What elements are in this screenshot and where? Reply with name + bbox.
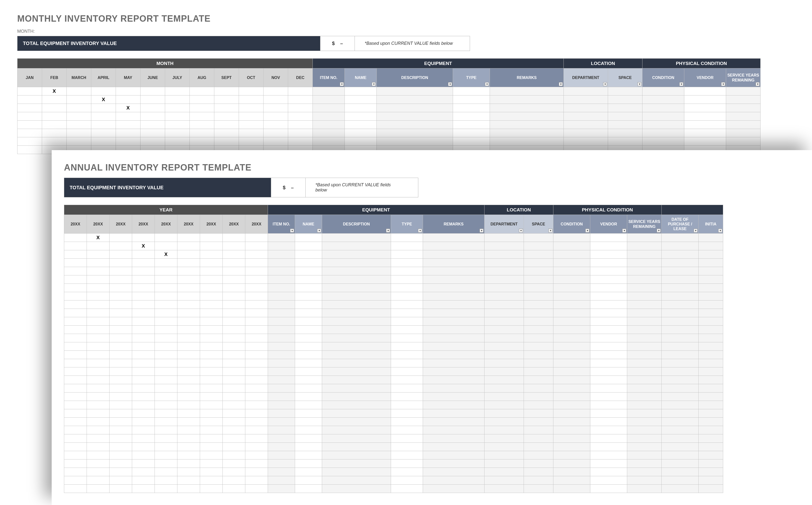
equip-cell[interactable] [322, 384, 391, 392]
period-cell[interactable] [17, 146, 42, 154]
period-cell[interactable] [87, 417, 110, 426]
physical-cell[interactable] [627, 451, 662, 460]
period-cell[interactable] [155, 334, 177, 342]
period-cell[interactable] [288, 104, 313, 112]
equip-cell[interactable] [322, 359, 391, 367]
period-cell[interactable] [214, 96, 239, 104]
period-cell[interactable] [110, 267, 132, 276]
equip-cell[interactable] [391, 460, 423, 468]
period-cell[interactable] [64, 334, 87, 342]
equip-cell[interactable] [268, 351, 295, 359]
col-header-equip[interactable]: REMARKS▾ [423, 215, 484, 233]
period-cell[interactable] [87, 392, 110, 401]
equip-cell[interactable] [391, 233, 423, 242]
period-cell[interactable] [132, 233, 155, 242]
equip-cell[interactable] [423, 326, 484, 334]
physical-cell[interactable] [553, 267, 590, 276]
period-cell[interactable] [223, 301, 245, 309]
period-cell[interactable] [165, 87, 190, 96]
physical-cell[interactable] [553, 233, 590, 242]
equip-cell[interactable] [295, 451, 322, 460]
physical-cell[interactable] [590, 276, 627, 284]
equip-cell[interactable] [295, 384, 322, 392]
period-cell[interactable] [64, 292, 87, 301]
period-cell[interactable] [67, 87, 91, 96]
equip-cell[interactable] [423, 409, 484, 417]
other-cell[interactable] [698, 468, 723, 476]
physical-cell[interactable] [553, 284, 590, 292]
period-cell[interactable] [223, 284, 245, 292]
period-cell[interactable] [177, 326, 200, 334]
period-cell[interactable] [64, 276, 87, 284]
other-cell[interactable] [698, 384, 723, 392]
equip-cell[interactable] [423, 367, 484, 376]
physical-cell[interactable] [627, 309, 662, 317]
equip-cell[interactable] [391, 417, 423, 426]
period-cell[interactable] [132, 417, 155, 426]
period-cell[interactable] [165, 121, 190, 129]
period-cell[interactable] [200, 384, 223, 392]
period-cell[interactable] [177, 292, 200, 301]
col-header-period[interactable]: 20XX [177, 215, 200, 233]
period-cell[interactable] [223, 384, 245, 392]
equip-cell[interactable] [295, 242, 322, 250]
physical-cell[interactable] [684, 96, 726, 104]
period-cell[interactable] [141, 121, 165, 129]
period-cell[interactable]: X [91, 96, 116, 104]
period-cell[interactable] [200, 367, 223, 376]
period-cell[interactable] [288, 137, 313, 146]
col-header-equip[interactable]: TYPE▾ [391, 215, 423, 233]
equip-cell[interactable] [423, 417, 484, 426]
physical-cell[interactable] [726, 87, 761, 96]
physical-cell[interactable] [726, 96, 761, 104]
period-cell[interactable] [155, 476, 177, 485]
physical-cell[interactable] [590, 451, 627, 460]
period-cell[interactable] [245, 301, 268, 309]
period-cell[interactable] [116, 121, 141, 129]
period-cell[interactable] [132, 250, 155, 259]
equip-cell[interactable] [391, 292, 423, 301]
col-header-period[interactable]: 20XX [132, 215, 155, 233]
col-header-period[interactable]: APRIL [91, 68, 116, 87]
physical-cell[interactable] [590, 326, 627, 334]
physical-cell[interactable] [642, 129, 684, 137]
col-header-location[interactable]: SPACE▾ [524, 215, 553, 233]
period-cell[interactable] [87, 351, 110, 359]
period-cell[interactable] [155, 426, 177, 435]
period-cell[interactable] [87, 426, 110, 435]
period-cell[interactable] [245, 367, 268, 376]
location-cell[interactable] [524, 392, 553, 401]
equip-cell[interactable] [391, 267, 423, 276]
col-header-equip[interactable]: DESCRIPTION▾ [322, 215, 391, 233]
annual-total-value[interactable]: $ – [271, 178, 306, 197]
period-cell[interactable] [190, 96, 214, 104]
physical-cell[interactable] [553, 317, 590, 326]
location-cell[interactable] [484, 367, 524, 376]
period-cell[interactable] [87, 334, 110, 342]
period-cell[interactable] [245, 351, 268, 359]
period-cell[interactable] [155, 409, 177, 417]
equip-cell[interactable] [391, 276, 423, 284]
period-cell[interactable] [132, 460, 155, 468]
period-cell[interactable] [132, 326, 155, 334]
period-cell[interactable] [200, 259, 223, 267]
physical-cell[interactable] [590, 376, 627, 384]
equip-cell[interactable] [313, 129, 345, 137]
location-cell[interactable] [524, 292, 553, 301]
physical-cell[interactable] [627, 359, 662, 367]
equip-cell[interactable] [295, 351, 322, 359]
period-cell[interactable] [42, 96, 67, 104]
equip-cell[interactable] [453, 96, 490, 104]
period-cell[interactable] [155, 342, 177, 351]
period-cell[interactable] [245, 317, 268, 326]
period-cell[interactable] [245, 460, 268, 468]
location-cell[interactable] [524, 417, 553, 426]
physical-cell[interactable] [590, 301, 627, 309]
period-cell[interactable] [177, 342, 200, 351]
period-cell[interactable] [177, 476, 200, 485]
period-cell[interactable] [132, 284, 155, 292]
period-cell[interactable] [132, 384, 155, 392]
location-cell[interactable] [608, 104, 642, 112]
equip-cell[interactable] [268, 301, 295, 309]
equip-cell[interactable] [268, 326, 295, 334]
